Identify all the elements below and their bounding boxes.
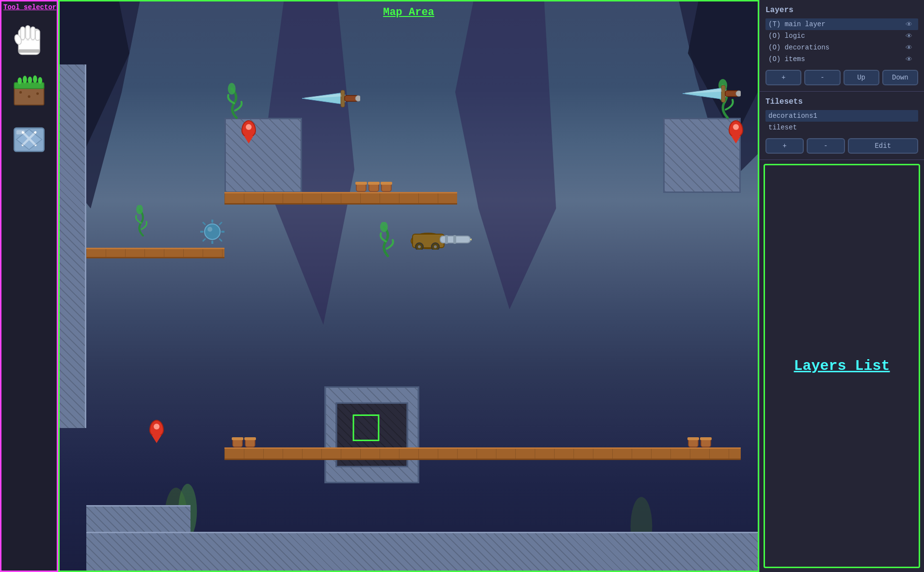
layers-section: Layers (T) main layer (O) logic (O) deco… bbox=[760, 0, 924, 92]
svg-rect-86 bbox=[381, 182, 392, 185]
svg-point-64 bbox=[418, 245, 421, 248]
stone-platform-center bbox=[324, 386, 419, 483]
svg-point-16 bbox=[28, 77, 32, 83]
svg-rect-77 bbox=[721, 85, 725, 102]
pots-lower-left bbox=[232, 432, 275, 449]
map-area[interactable]: Map Area bbox=[58, 0, 759, 572]
svg-rect-90 bbox=[244, 437, 256, 440]
svg-point-20 bbox=[28, 95, 30, 98]
layer-decorations-label: (O) decorations bbox=[768, 44, 906, 51]
svg-line-57 bbox=[203, 239, 205, 241]
svg-point-15 bbox=[23, 76, 27, 83]
svg-rect-72 bbox=[341, 90, 345, 107]
svg-point-14 bbox=[17, 78, 22, 84]
svg-point-19 bbox=[19, 91, 22, 94]
tileset-edit-btn[interactable]: Edit bbox=[848, 138, 919, 154]
layer-buttons: + - Up Down bbox=[765, 70, 918, 85]
svg-point-46 bbox=[228, 83, 236, 95]
tileset-decorations1[interactable]: decorations1 bbox=[765, 110, 918, 122]
main-area: Map Area bbox=[58, 0, 924, 572]
svg-line-56 bbox=[220, 222, 222, 224]
grass-block-tool[interactable] bbox=[7, 68, 51, 112]
stone-platform-right bbox=[663, 118, 741, 193]
svg-point-48 bbox=[380, 222, 388, 232]
svg-rect-92 bbox=[687, 437, 699, 440]
seaweed-mid bbox=[377, 222, 399, 258]
svg-rect-3 bbox=[31, 27, 35, 39]
layer-logic-label: (O) logic bbox=[768, 32, 906, 40]
wood-plank-lower bbox=[224, 447, 741, 460]
svg-rect-68 bbox=[453, 235, 456, 244]
svg-line-55 bbox=[203, 222, 205, 224]
layer-items-label: (O) items bbox=[768, 55, 906, 63]
svg-rect-84 bbox=[368, 182, 380, 185]
layer-row-logic[interactable]: (O) logic bbox=[765, 30, 918, 42]
layer-row-items[interactable]: (O) items bbox=[765, 53, 918, 65]
layers-list-label: Layers List bbox=[794, 358, 890, 374]
hand-cursor-icon bbox=[12, 25, 46, 59]
tileset-tileset[interactable]: tileset bbox=[765, 122, 918, 133]
wood-plank-top bbox=[224, 192, 457, 205]
ground-tile-bottom-small bbox=[86, 505, 191, 532]
svg-rect-4 bbox=[35, 30, 40, 41]
layer-remove-btn[interactable]: - bbox=[804, 70, 840, 85]
svg-point-59 bbox=[207, 227, 212, 232]
map-canvas bbox=[60, 1, 758, 571]
tilesets-section: Tilesets decorations1 tileset + - Edit bbox=[760, 92, 924, 160]
tileset-buttons: + - Edit bbox=[765, 138, 918, 154]
layer-items-eye[interactable] bbox=[906, 56, 915, 63]
svg-marker-33 bbox=[455, 1, 556, 309]
layers-title: Layers bbox=[765, 6, 918, 15]
layer-decorations-eye[interactable] bbox=[906, 44, 915, 51]
svg-point-17 bbox=[33, 75, 37, 83]
sword-left bbox=[302, 88, 360, 110]
cave-silhouettes bbox=[60, 1, 758, 571]
svg-rect-27 bbox=[16, 130, 25, 135]
eraser-tool[interactable] bbox=[7, 117, 51, 160]
svg-point-21 bbox=[36, 92, 39, 95]
svg-point-79 bbox=[736, 91, 741, 96]
svg-point-18 bbox=[38, 77, 42, 84]
layer-row-main[interactable]: (T) main layer bbox=[765, 18, 918, 30]
wood-plank-middle bbox=[86, 248, 224, 258]
wall-tile-left bbox=[60, 64, 86, 428]
sword-right bbox=[683, 83, 741, 105]
seaweed-left-wall bbox=[133, 205, 153, 238]
grass-block-icon bbox=[12, 73, 46, 107]
tileset-remove-btn[interactable]: - bbox=[807, 138, 845, 154]
tool-selector-label: Tool selector bbox=[3, 3, 56, 11]
pots-top-plank bbox=[355, 177, 414, 194]
svg-rect-88 bbox=[232, 437, 243, 440]
tilesets-title: Tilesets bbox=[765, 97, 918, 106]
layer-row-decorations[interactable]: (O) decorations bbox=[765, 42, 918, 53]
cave-background bbox=[60, 1, 758, 571]
svg-rect-9 bbox=[18, 49, 40, 53]
stone-platform-left bbox=[224, 118, 302, 193]
layers-list-section: Layers List bbox=[764, 164, 920, 568]
svg-rect-67 bbox=[445, 235, 448, 244]
right-panel: Layers (T) main layer (O) logic (O) deco… bbox=[759, 0, 924, 572]
svg-rect-82 bbox=[355, 182, 367, 185]
layer-down-btn[interactable]: Down bbox=[882, 70, 918, 85]
layer-main-label: (T) main layer bbox=[768, 20, 906, 28]
svg-point-65 bbox=[434, 245, 437, 248]
svg-point-74 bbox=[355, 95, 360, 101]
svg-rect-94 bbox=[700, 437, 712, 440]
layer-logic-eye[interactable] bbox=[906, 32, 915, 39]
pots-lower-right bbox=[687, 432, 731, 449]
cannon bbox=[409, 225, 472, 250]
svg-rect-1 bbox=[21, 27, 25, 39]
seaweed-top-left-platform bbox=[224, 81, 249, 120]
spike-ball bbox=[200, 220, 224, 244]
hand-tool[interactable] bbox=[7, 20, 51, 64]
ground-tile-bottom bbox=[86, 532, 758, 571]
layer-main-eye[interactable] bbox=[906, 21, 915, 28]
map-pin-bottom-left bbox=[149, 420, 164, 437]
svg-point-50 bbox=[205, 224, 220, 239]
tool-selector-panel: Tool selector bbox=[0, 0, 58, 572]
layer-up-btn[interactable]: Up bbox=[844, 70, 879, 85]
svg-line-58 bbox=[220, 239, 222, 241]
tileset-add-btn[interactable]: + bbox=[765, 138, 804, 154]
layer-add-btn[interactable]: + bbox=[765, 70, 801, 85]
svg-rect-2 bbox=[26, 26, 30, 39]
